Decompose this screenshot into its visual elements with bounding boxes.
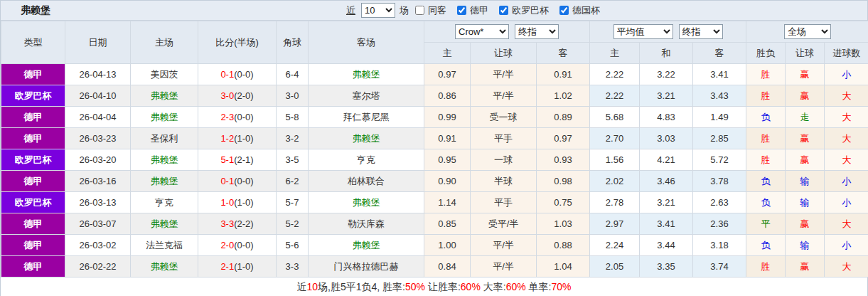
score-cell: 3-0(2-0) — [198, 85, 277, 107]
odds-home-value: 1.00 — [424, 235, 471, 256]
table-row: 欧罗巴杯 26-03-20 弗赖堡 5-1(2-1) 3-5 亨克 0.95 一… — [1, 149, 868, 171]
corners-cell: 6-4 — [277, 64, 309, 85]
odds-away-value: 1.04 — [537, 256, 590, 278]
result-goals: 大 — [825, 213, 868, 235]
avg-away-odds: 3.41 — [693, 64, 746, 85]
away-team-link[interactable]: 亨克 — [309, 149, 424, 171]
result-goals: 小 — [825, 235, 868, 256]
odds-away-value: 0.98 — [537, 171, 590, 192]
match-history-panel: 弗赖堡 近 10 场 同客 德甲 欧罗巴杯 德国杯 类型 — [0, 0, 868, 296]
table-row: 欧罗巴杯 26-04-10 弗赖堡 3-0(2-0) 3-0 塞尔塔 0.86 … — [1, 85, 868, 107]
halftime-score: (1-0) — [234, 261, 253, 272]
col-header-wdl: 胜负 — [746, 43, 786, 64]
score-cell: 0-1(0-0) — [198, 64, 277, 85]
match-table: 类型 日期 主场 比分(半场) 角球 客场 Crow* 终指 — [1, 21, 868, 278]
avg-away-odds: 3.43 — [693, 85, 746, 107]
avg-home-odds: 1.56 — [590, 149, 640, 171]
corners-cell: 6-2 — [277, 171, 309, 192]
col-header-type: 类型 — [1, 21, 65, 64]
col-header-home: 主场 — [131, 21, 198, 64]
odds-handicap-value: 平/半 — [471, 85, 537, 107]
table-row: 德甲 26-04-13 美因茨 0-1(0-0) 6-4 弗赖堡 0.97 平/… — [1, 64, 868, 85]
match-date: 26-04-10 — [65, 85, 131, 107]
summary-footer: 近10场,胜5平1负4, 胜率:50% 让胜率:60% 大率:60% 单率:70… — [1, 278, 867, 296]
away-team-link[interactable]: 柏林联合 — [309, 171, 424, 192]
col-header-odds-home: 主 — [424, 43, 471, 64]
scope-select[interactable]: 全场 — [784, 24, 831, 39]
league-badge: 欧罗巴杯 — [1, 149, 65, 171]
avg-source-select[interactable]: 平均值 — [614, 24, 673, 39]
result-handicap: 赢 — [786, 64, 825, 85]
avg-draw-odds: 3.22 — [640, 64, 693, 85]
result-handicap: 赢 — [786, 128, 825, 149]
league-badge: 德甲 — [1, 128, 65, 149]
avg-draw-odds: 3.03 — [640, 128, 693, 149]
match-date: 26-04-13 — [65, 64, 131, 85]
avg-stage-select[interactable]: 终指 — [679, 24, 723, 39]
toolbar: 弗赖堡 近 10 场 同客 德甲 欧罗巴杯 德国杯 — [1, 1, 867, 21]
odds-home-value: 1.14 — [424, 192, 471, 213]
odds-company-select[interactable]: Crow* — [455, 24, 509, 39]
result-handicap: 赢 — [786, 213, 825, 235]
away-team-link[interactable]: 弗赖堡 — [309, 192, 424, 213]
home-team-link[interactable]: 美因茨 — [131, 64, 198, 85]
result-handicap: 赢 — [786, 85, 825, 107]
result-goals: 小 — [825, 171, 868, 192]
same-away-checkbox[interactable] — [415, 6, 424, 15]
result-goals: 大 — [825, 256, 868, 278]
avg-home-odds: 2.05 — [590, 256, 640, 278]
away-team-link[interactable]: 弗赖堡 — [309, 235, 424, 256]
same-away-label: 同客 — [428, 4, 446, 17]
home-team-link[interactable]: 法兰克福 — [131, 235, 198, 256]
away-team-link[interactable]: 弗赖堡 — [309, 64, 424, 85]
corners-cell: 3-2 — [277, 128, 309, 149]
league-badge: 德甲 — [1, 213, 65, 235]
home-team-link[interactable]: 弗赖堡 — [131, 256, 198, 278]
result-goals: 大 — [825, 107, 868, 128]
corners-cell: 5-7 — [277, 192, 309, 213]
home-team-link[interactable]: 弗赖堡 — [131, 107, 198, 128]
odds-handicap-value: 半球 — [471, 171, 537, 192]
odds-away-value: 1.03 — [537, 213, 590, 235]
summary-record: 场,胜5平1负4, 胜率: — [318, 281, 405, 292]
home-team-link[interactable]: 弗赖堡 — [131, 213, 198, 235]
odd-rate-label: 单率: — [526, 281, 552, 292]
score-cell: 1-0(1-0) — [198, 192, 277, 213]
near-link[interactable]: 近 — [346, 4, 355, 17]
odds-handicap-value: 一球 — [471, 149, 537, 171]
odds-stage-select[interactable]: 终指 — [515, 24, 559, 39]
home-team-link[interactable]: 弗赖堡 — [131, 85, 198, 107]
corners-cell: 3-3 — [277, 256, 309, 278]
away-team-link[interactable]: 拜仁慕尼黑 — [309, 107, 424, 128]
result-wdl: 胜 — [746, 128, 786, 149]
result-handicap: 赢 — [786, 256, 825, 278]
away-team-link[interactable]: 门兴格拉德巴赫 — [309, 256, 424, 278]
page-title: 弗赖堡 — [21, 4, 50, 17]
match-count-select[interactable]: 10 — [361, 3, 395, 18]
halftime-score: (2-2) — [234, 218, 253, 229]
avg-draw-odds: 3.21 — [640, 85, 693, 107]
score-cell: 2-1(1-0) — [198, 256, 277, 278]
home-team-link[interactable]: 亨克 — [131, 192, 198, 213]
over-rate-value: 60% — [506, 281, 526, 292]
league-badge: 德甲 — [1, 171, 65, 192]
result-wdl: 负 — [746, 107, 786, 128]
corners-cell: 5-2 — [277, 213, 309, 235]
result-wdl: 负 — [746, 235, 786, 256]
col-header-odds-handicap: 让球 — [471, 43, 537, 64]
handicap-rate-value: 60% — [461, 281, 481, 292]
away-team-link[interactable]: 勒沃库森 — [309, 213, 424, 235]
home-team-link[interactable]: 圣保利 — [131, 128, 198, 149]
league-badge: 欧罗巴杯 — [1, 192, 65, 213]
result-group-header: 全场 — [746, 21, 868, 43]
home-team-link[interactable]: 弗赖堡 — [131, 171, 198, 192]
away-team-link[interactable]: 塞尔塔 — [309, 85, 424, 107]
fulltime-score: 3-0 — [220, 90, 234, 101]
halftime-score: (0-0) — [234, 69, 253, 80]
league-filter-dfb-pokal-checkbox[interactable] — [559, 6, 569, 15]
league-filter-bundesliga-checkbox[interactable] — [457, 6, 466, 15]
away-team-link[interactable]: 弗赖堡 — [309, 128, 424, 149]
home-team-link[interactable]: 弗赖堡 — [131, 149, 198, 171]
result-handicap: 输 — [786, 171, 825, 192]
league-filter-europa-checkbox[interactable] — [499, 6, 508, 15]
